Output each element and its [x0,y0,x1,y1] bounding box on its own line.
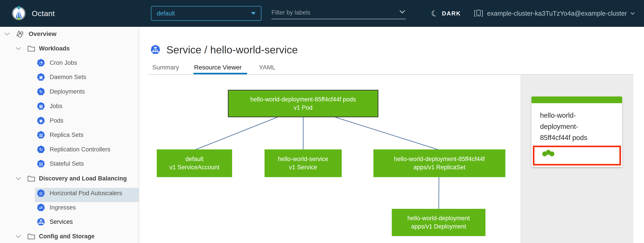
icon-glyph: ▦ [39,104,43,109]
ingresses-icon: ⇄ [37,203,45,212]
graph-node-pod[interactable]: hello-world-deployment-85ff4cf44f pods v… [228,90,378,117]
hpa-icon: ◎ [37,189,45,198]
tab-resource-viewer[interactable]: Resource Viewer [194,64,242,71]
icon-glyph: ◎ [39,191,43,196]
sidebar-item-replica-sets[interactable]: ▥ Replica Sets [0,128,139,142]
theme-toggle-label: DARK [442,10,461,17]
sidebar-group-label: Workloads [39,45,70,52]
sidebar-item-daemon-sets[interactable]: ▣ Daemon Sets [0,70,139,84]
chevron-down-icon[interactable] [15,47,22,50]
sidebar-item-horizontal-pod-autoscalers[interactable]: ◎ Horizontal Pod Autoscalers [0,186,139,200]
node-name: hello-world-service [278,155,328,163]
graph-node-service[interactable]: hello-world-service v1 Service [264,149,342,177]
sidebar-item-label: Deployments [50,88,85,95]
sidebar-item-deployments[interactable]: ↻ Deployments [0,84,139,99]
tab-yaml[interactable]: YAML [259,64,276,71]
icon-glyph: ↻ [39,89,43,94]
node-kind: v1 Service [289,163,317,172]
sidebar-group-workloads[interactable]: Workloads [0,41,139,56]
node-kind: v1 Pod [294,104,312,112]
sidebar-group-discovery-and-load-balancing[interactable]: Discovery and Load Balancing [0,171,139,186]
cluster-context[interactable]: example-cluster-ka3TuTzYo4a@example-clus… [474,0,635,27]
page-title: Service / hello-world-service [150,42,298,57]
jobs-icon: ▦ [37,102,45,110]
icon-glyph: ◔ [39,60,43,65]
chevron-down-icon[interactable] [15,235,22,238]
dropdown-caret-icon [251,12,256,15]
app-title: Octant [32,0,55,27]
namespace-dropdown[interactable]: default [151,6,262,21]
replica-sets-icon: ▥ [37,131,45,139]
sidebar-item-label: Ingresses [50,204,76,211]
pod-status-dot [550,151,554,156]
selection-annotation [533,146,621,166]
sidebar-item-label: Jobs [50,103,62,110]
daemon-sets-icon: ▣ [37,73,45,81]
service-icon [150,44,160,55]
octant-app: { "header": { "app_title": "Octant", "na… [0,0,644,243]
page-title-text: Service / hello-world-service [166,43,298,56]
folder-icon [27,45,35,52]
sidebar-item-jobs[interactable]: ▦ Jobs [0,99,139,113]
moon-icon: ☾ [430,8,440,19]
status-dots [541,148,562,158]
sidebar-item-label: Pods [50,117,64,124]
sidebar-item-stateful-sets[interactable]: ▤ Stateful Sets [0,157,139,171]
sidebar-item-replication-controllers[interactable]: ↻ Replication Controllers [0,142,139,157]
sidebar-item-label: Overview [28,30,56,37]
sidebar-item-label: Stateful Sets [50,160,84,167]
theme-toggle[interactable]: ☾ DARK [431,0,461,27]
sidebar-group-config-and-storage[interactable]: Config and Storage [0,229,139,243]
replication-controllers-icon: ↻ [37,145,45,154]
icon-glyph: ◉ [39,118,43,123]
card-header-bar [532,96,622,103]
icon-glyph: ▥ [39,132,43,137]
chevron-down-icon[interactable] [4,32,10,36]
icon-glyph: ↻ [39,147,43,152]
graph-node-replica-set[interactable]: hello-world-deployment-85ff4cf44f apps/v… [374,149,505,177]
sidebar-item-services[interactable]: Services [0,215,139,229]
icon-glyph: ⇄ [39,205,43,210]
pods-icon: ◉ [37,116,45,125]
node-kind: apps/v1 ReplicaSet [414,163,466,172]
services-icon [37,218,45,226]
label-filter-input[interactable] [272,6,406,19]
icon-glyph: ▤ [39,161,43,166]
context-chevron-icon [630,12,635,15]
node-name: default [185,155,204,163]
graph-node-service-account[interactable]: default v1 ServiceAccount [157,149,232,177]
octant-logo-icon[interactable] [11,6,26,21]
namespace-value: default [157,10,175,17]
cron-jobs-icon: ◔ [37,58,45,67]
sidebar-item-pods[interactable]: ◉ Pods [0,113,139,128]
node-name: hello-world-deployment-85ff4cf44f [394,155,485,163]
active-tab-underline [194,73,247,74]
filter-chevron-icon[interactable] [399,10,406,14]
sidebar-item-label: Replication Controllers [50,146,110,153]
cluster-icon [474,9,484,18]
deployments-icon: ↻ [37,87,45,96]
card-title: hello-world-deployment-85ff4cf44f pods [532,103,622,143]
sidebar-group-label: Discovery and Load Balancing [39,175,127,182]
sidebar-item-cron-jobs[interactable]: ◔ Cron Jobs [0,56,139,70]
cluster-context-label: example-cluster-ka3TuTzYo4a@example-clus… [487,10,627,17]
sidebar-item-label: Daemon Sets [50,74,86,81]
sidebar-item-ingresses[interactable]: ⇄ Ingresses [0,200,139,215]
tab-summary[interactable]: Summary [152,64,179,71]
sidebar-item-overview[interactable]: Overview [0,27,139,41]
node-name: hello-world-deployment [408,214,470,223]
header-bar: Octant default ☾ DARK example-cluster-ka… [0,0,644,27]
sidebar-item-label: Horizontal Pod Autoscalers [50,190,122,197]
folder-icon [27,233,35,240]
sidebar-item-label: Services [50,219,73,225]
sidebar-item-label: Replica Sets [50,132,84,138]
graph-node-deployment[interactable]: hello-world-deployment apps/v1 Deploymen… [392,209,486,236]
sidebar-item-label: Cron Jobs [50,59,77,66]
folder-icon [27,175,35,182]
icon-glyph: ▣ [39,75,43,79]
node-kind: v1 ServiceAccount [170,163,220,172]
label-filter [272,6,406,20]
sidebar-group-label: Config and Storage [39,233,94,240]
node-kind: apps/v1 Deployment [411,223,466,231]
chevron-down-icon[interactable] [15,177,22,180]
